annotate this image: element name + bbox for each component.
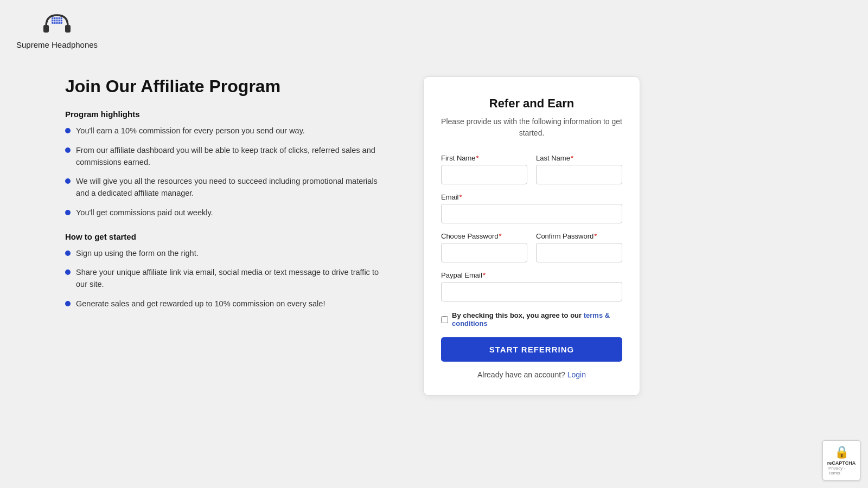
bullet-icon [65, 210, 71, 215]
recaptcha-label: reCAPTCHA [827, 460, 856, 466]
brand-name: Supreme Headphones [16, 40, 98, 49]
svg-rect-0 [43, 25, 49, 33]
email-group: Email* [441, 193, 622, 223]
list-item: You'll earn a 10% commission for every p… [65, 125, 391, 137]
paypal-email-input[interactable] [441, 282, 622, 301]
password-row: Choose Password* Confirm Password* [441, 232, 622, 262]
required-star: * [483, 271, 486, 279]
terms-row: By checking this box, you agree to our t… [441, 311, 622, 328]
paypal-email-group: Paypal Email* [441, 271, 622, 301]
login-prompt-text: Already have an account? [477, 370, 565, 379]
last-name-group: Last Name* [536, 154, 622, 184]
highlights-list: You'll earn a 10% commission for every p… [65, 125, 391, 219]
recaptcha-badge: 🔒 reCAPTCHA Privacy - Terms [822, 440, 860, 480]
signup-form-panel: Refer and Earn Please provide us with th… [423, 76, 640, 396]
recaptcha-privacy: Privacy - Terms [828, 466, 854, 476]
last-name-label: Last Name* [536, 154, 622, 162]
highlights-heading: Program highlights [65, 110, 391, 119]
site-header: Supreme Headphones [0, 0, 868, 60]
bullet-icon [65, 147, 71, 153]
paypal-email-label: Paypal Email* [441, 271, 622, 279]
list-item: We will give you all the resources you n… [65, 176, 391, 200]
bullet-icon [65, 269, 71, 275]
required-star: * [459, 193, 462, 201]
list-item: Generate sales and get rewarded up to 10… [65, 298, 391, 310]
login-link[interactable]: Login [567, 370, 586, 379]
list-item: From our affiliate dashboard you will be… [65, 145, 391, 169]
main-content: Join Our Affiliate Program Program highl… [0, 60, 868, 412]
confirm-password-label: Confirm Password* [536, 232, 622, 240]
logo-area: Supreme Headphones [16, 11, 98, 49]
left-panel: Join Our Affiliate Program Program highl… [65, 76, 391, 323]
svg-rect-1 [65, 25, 71, 33]
email-label: Email* [441, 193, 622, 201]
first-name-group: First Name* [441, 154, 527, 184]
form-title: Refer and Earn [441, 97, 622, 111]
required-star: * [476, 154, 479, 162]
choose-password-input[interactable] [441, 243, 527, 262]
confirm-password-input[interactable] [536, 243, 622, 262]
highlight-text: We will give you all the resources you n… [76, 176, 391, 200]
how-list: Sign up using the form on the right. Sha… [65, 248, 391, 310]
list-item: You'll get commissions paid out weekly. [65, 207, 391, 219]
page-title: Join Our Affiliate Program [65, 76, 391, 97]
login-row: Already have an account? Login [441, 370, 622, 379]
headphones-logo-icon [41, 11, 73, 38]
first-name-input[interactable] [441, 165, 527, 184]
highlight-text: You'll earn a 10% commission for every p… [76, 125, 305, 137]
form-subtitle: Please provide us with the following inf… [441, 116, 622, 139]
start-referring-button[interactable]: START REFERRING [441, 337, 622, 362]
terms-checkbox[interactable] [441, 316, 448, 323]
how-text: Share your unique affiliate link via ema… [76, 267, 391, 291]
highlight-text: You'll get commissions paid out weekly. [76, 207, 213, 219]
first-name-label: First Name* [441, 154, 527, 162]
terms-text: By checking this box, you agree to our t… [452, 311, 622, 328]
email-input[interactable] [441, 204, 622, 223]
how-heading: How to get started [65, 232, 391, 241]
last-name-input[interactable] [536, 165, 622, 184]
required-star: * [594, 232, 597, 240]
required-star: * [499, 232, 502, 240]
bullet-icon [65, 128, 71, 133]
choose-password-group: Choose Password* [441, 232, 527, 262]
bullet-icon [65, 178, 71, 184]
list-item: Sign up using the form on the right. [65, 248, 391, 260]
how-text: Generate sales and get rewarded up to 10… [76, 298, 325, 310]
recaptcha-icon: 🔒 [834, 445, 849, 459]
list-item: Share your unique affiliate link via ema… [65, 267, 391, 291]
how-text: Sign up using the form on the right. [76, 248, 199, 260]
required-star: * [571, 154, 573, 162]
confirm-password-group: Confirm Password* [536, 232, 622, 262]
bullet-icon [65, 301, 71, 306]
bullet-icon [65, 251, 71, 256]
choose-password-label: Choose Password* [441, 232, 527, 240]
svg-rect-2 [52, 17, 62, 24]
highlight-text: From our affiliate dashboard you will be… [76, 145, 391, 169]
name-row: First Name* Last Name* [441, 154, 622, 184]
